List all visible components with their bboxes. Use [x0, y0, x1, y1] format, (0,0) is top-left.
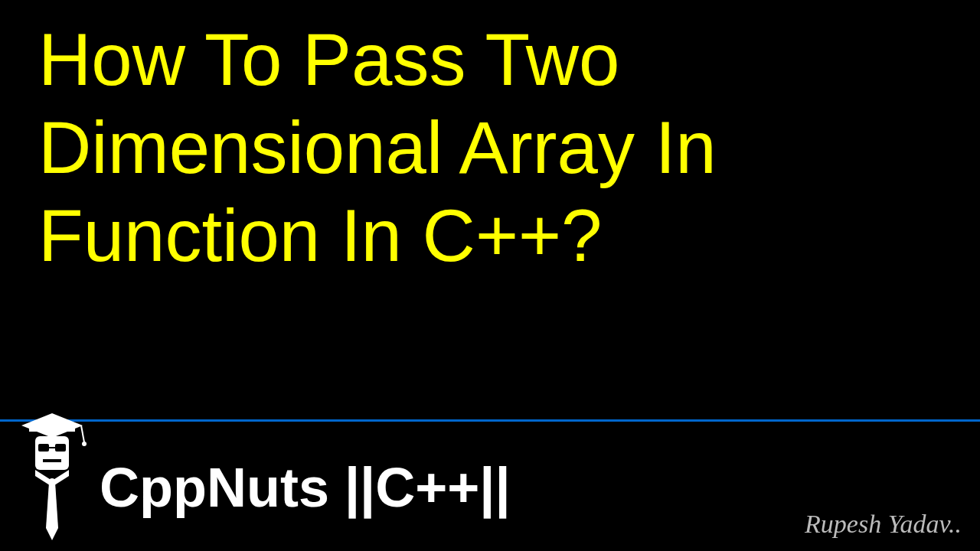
- svg-marker-10: [46, 482, 58, 540]
- channel-name: CppNuts ||C++||: [100, 456, 511, 519]
- svg-rect-1: [29, 425, 75, 432]
- divider-line: [0, 419, 980, 422]
- svg-rect-4: [35, 436, 69, 470]
- main-title: How To Pass Two Dimensional Array In Fun…: [38, 15, 942, 280]
- svg-rect-8: [43, 459, 61, 462]
- svg-rect-5: [38, 444, 49, 452]
- svg-rect-6: [55, 444, 66, 452]
- svg-line-2: [81, 425, 84, 442]
- svg-point-3: [82, 442, 87, 446]
- svg-point-11: [48, 478, 56, 486]
- graduate-logo-icon: [14, 406, 90, 543]
- author-signature: Rupesh Yadav..: [805, 510, 962, 539]
